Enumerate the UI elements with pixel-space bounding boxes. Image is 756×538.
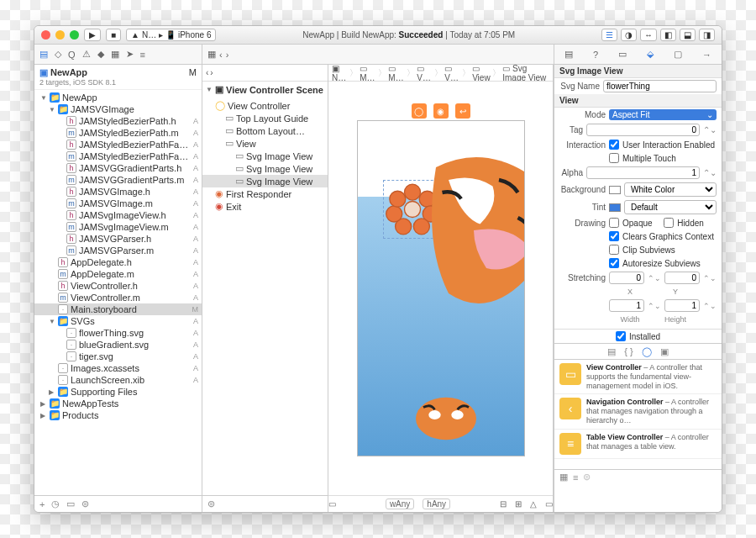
filter-scm-icon[interactable]: ▭ — [66, 498, 75, 509]
identity-inspector-icon[interactable]: ▭ — [618, 49, 627, 60]
file-row[interactable]: ▼📁NewApp — [34, 92, 202, 103]
project-nav-icon[interactable]: ▤ — [39, 49, 48, 60]
scheme-selector[interactable]: ▲ N… ▸ 📱 iPhone 6 — [126, 29, 216, 41]
file-row[interactable]: hJAMSVGImage.hA — [34, 186, 202, 198]
file-row[interactable]: ▶📁Products — [34, 409, 202, 421]
attributes-inspector-icon[interactable]: ⬙ — [647, 49, 654, 60]
file-row[interactable]: ·flowerThing.svgA — [34, 327, 202, 339]
jump-bar[interactable]: ▣ N…〉▭ M…〉▭ M…〉▭ V…〉▭ V…〉▭ View〉▭ Svg Im… — [328, 65, 553, 82]
report-nav-icon[interactable]: ≡ — [140, 50, 145, 60]
breakpoint-nav-icon[interactable]: ➤ — [126, 49, 134, 60]
installed-checkbox[interactable] — [616, 331, 626, 341]
stretch-y[interactable] — [664, 272, 700, 284]
issue-nav-icon[interactable]: ⚠ — [82, 49, 91, 60]
editor-version-icon[interactable]: ↔ — [640, 29, 657, 41]
help-inspector-icon[interactable]: ? — [593, 50, 598, 60]
file-row[interactable]: hJAMStyledBezierPath.hA — [34, 115, 202, 127]
vc-icon[interactable]: ◯ — [412, 103, 427, 119]
file-row[interactable]: mJAMSVGParser.mA — [34, 245, 202, 256]
user-interaction-checkbox[interactable] — [609, 140, 619, 150]
minimize-icon[interactable] — [55, 30, 65, 40]
filter-recent-icon[interactable]: ◷ — [51, 498, 60, 509]
outline-row[interactable]: ▭Svg Image View — [202, 150, 328, 162]
alpha-field[interactable] — [586, 166, 700, 179]
code-snippet-icon[interactable]: { } — [624, 346, 633, 356]
breadcrumb-item[interactable]: ▭ V… — [444, 65, 460, 82]
symbol-nav-icon[interactable]: ◇ — [55, 49, 61, 60]
library-item[interactable]: ▭View Controller – A controller that sup… — [554, 360, 722, 394]
file-row[interactable]: mJAMSvgImageView.mA — [34, 221, 202, 233]
file-row[interactable]: ▼📁JAMSVGImage — [34, 103, 202, 115]
file-row[interactable]: ·Main.storyboardM — [34, 303, 202, 315]
lib-grid-icon[interactable]: ▦ — [559, 472, 568, 483]
zoom-icon[interactable] — [70, 30, 79, 40]
library-item[interactable]: ‹Navigation Controller – A controller th… — [554, 394, 722, 429]
file-row[interactable]: hJAMSVGGradientParts.hA — [34, 162, 202, 174]
multitouch-checkbox[interactable] — [609, 153, 619, 163]
outline-tree[interactable]: ◯View Controller▭Top Layout Guide▭Bottom… — [202, 98, 328, 495]
align-icon[interactable]: ⊟ — [500, 499, 507, 509]
file-row[interactable]: ▼📁SVGsA — [34, 315, 202, 327]
stop-button[interactable]: ■ — [106, 29, 121, 41]
breadcrumb-item[interactable]: ▭ M… — [360, 65, 376, 82]
file-row[interactable]: ▶📁Supporting Files — [34, 386, 202, 398]
file-row[interactable]: hViewController.hA — [34, 280, 202, 292]
editor-assistant-icon[interactable]: ◑ — [621, 29, 637, 41]
resolve-icon[interactable]: △ — [530, 499, 537, 509]
file-row[interactable]: mJAMStyledBezierPathFactory.mA — [34, 150, 202, 162]
media-library-icon[interactable]: ▣ — [660, 346, 669, 357]
resize-icon[interactable]: ▭ — [545, 499, 553, 509]
stretch-h[interactable] — [664, 299, 700, 312]
outline-row[interactable]: ▭View — [202, 137, 328, 150]
file-row[interactable]: ·LaunchScreen.xibA — [34, 374, 202, 386]
file-row[interactable]: mJAMSVGGradientParts.mA — [34, 174, 202, 186]
file-row[interactable]: ▶📁NewAppTests — [34, 398, 202, 409]
scene-header[interactable]: ▼▣View Controller Scene — [202, 82, 328, 98]
panel-right-icon[interactable]: ◨ — [699, 29, 715, 41]
bg-select[interactable]: White Color — [624, 182, 717, 197]
svg-tiger-view[interactable] — [423, 155, 525, 323]
svgname-field[interactable] — [603, 80, 717, 92]
close-icon[interactable] — [41, 30, 50, 40]
outline-row[interactable]: ◯View Controller — [202, 99, 328, 112]
outline-back-icon[interactable]: ‹ — [206, 68, 208, 77]
file-row[interactable]: ·blueGradient.svgA — [34, 339, 202, 351]
forward-icon[interactable]: › — [226, 50, 229, 60]
file-row[interactable]: mJAMSVGImage.mA — [34, 198, 202, 209]
file-row[interactable]: mJAMStyledBezierPath.mA — [34, 127, 202, 139]
object-library-icon[interactable]: ◯ — [642, 346, 652, 357]
clip-checkbox[interactable] — [609, 245, 619, 255]
outline-row[interactable]: ▭Svg Image View — [202, 175, 328, 187]
find-nav-icon[interactable]: Q — [68, 50, 76, 60]
first-responder-icon[interactable]: ◉ — [433, 103, 449, 119]
hidden-checkbox[interactable] — [664, 218, 674, 228]
file-row[interactable]: ·tiger.svgA — [34, 351, 202, 362]
outline-row[interactable]: ◉First Responder — [202, 187, 328, 200]
filter-icon[interactable]: ⊜ — [81, 498, 89, 509]
svg-tiger2-view[interactable] — [408, 388, 484, 447]
outline-filter-icon[interactable]: ⊜ — [207, 498, 215, 509]
outline-row[interactable]: ▭Bottom Layout… — [202, 124, 328, 137]
breadcrumb-item[interactable]: ▭ V… — [417, 65, 433, 82]
related-icon[interactable]: ▦ — [207, 49, 216, 60]
outline-fwd-icon[interactable]: › — [210, 68, 213, 77]
breadcrumb-item[interactable]: ▭ View — [472, 65, 491, 82]
hany-button[interactable]: hAny — [423, 498, 450, 509]
autoresize-checkbox[interactable] — [609, 258, 619, 268]
connections-inspector-icon[interactable]: → — [702, 50, 711, 60]
stretch-w[interactable] — [609, 299, 644, 312]
wany-button[interactable]: wAny — [386, 498, 414, 509]
breadcrumb-item[interactable]: ▣ N… — [332, 65, 348, 82]
back-icon[interactable]: ‹ — [219, 50, 223, 60]
outline-row[interactable]: ◉Exit — [202, 200, 328, 213]
size-inspector-icon[interactable]: ▢ — [674, 49, 682, 60]
toggle-outline-icon[interactable]: ▭ — [328, 499, 336, 509]
file-template-icon[interactable]: ▤ — [607, 346, 616, 357]
breadcrumb-item[interactable]: ▭ Svg Image View — [502, 65, 549, 82]
canvas-area[interactable]: ◯ ◉ ↩ — [328, 82, 553, 495]
mode-select[interactable]: Aspect Fit⌄ — [609, 109, 717, 120]
tag-field[interactable] — [586, 124, 700, 136]
file-row[interactable]: hAppDelegate.hA — [34, 256, 202, 268]
file-tree[interactable]: ▼📁NewApp▼📁JAMSVGImagehJAMStyledBezierPat… — [34, 90, 202, 495]
file-row[interactable]: hJAMSVGParser.hA — [34, 233, 202, 245]
